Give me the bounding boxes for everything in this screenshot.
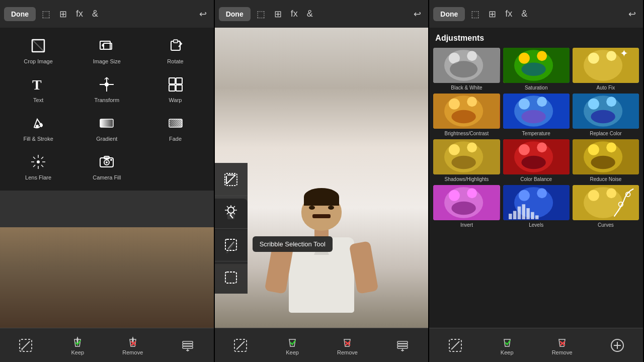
svg-rect-44	[183, 344, 193, 346]
adj-temp-label: Temperature	[522, 131, 550, 136]
remove-btn-2[interactable]: Remove	[333, 333, 362, 357]
adj-levels[interactable]: Levels	[503, 185, 570, 228]
adj-auto-fix[interactable]: ✦ Auto Fix	[573, 48, 639, 90]
done-button-1[interactable]: Done	[4, 7, 36, 21]
svg-point-106	[588, 99, 599, 110]
tool-warp[interactable]: Warp	[142, 72, 208, 107]
remove-label-2: Remove	[337, 349, 358, 355]
magic-cut-tool[interactable]	[215, 163, 248, 196]
fx-icon-3[interactable]: fx	[502, 7, 515, 21]
rect-select-tool[interactable]	[215, 261, 248, 294]
adj-replace-thumb	[573, 94, 639, 129]
adj-shadows[interactable]: Shadows/Highlights	[433, 139, 500, 182]
svg-line-62	[227, 206, 228, 208]
tool-fade[interactable]: Fade	[142, 111, 208, 146]
add-btn-3[interactable]	[606, 336, 628, 354]
layers-btn-2[interactable]	[391, 336, 414, 354]
remove-btn-3[interactable]: Remove	[548, 333, 577, 357]
selection-tool-icon[interactable]: ⬚	[39, 7, 53, 22]
bottom-toolbar-3: Keep Remove	[429, 328, 643, 362]
svg-rect-138	[531, 212, 534, 219]
undo-icon-3[interactable]: ↩	[625, 7, 639, 22]
selection-tool-icon-3[interactable]: ⬚	[468, 7, 482, 22]
selection-tool-icon-2[interactable]: ⬚	[254, 7, 268, 22]
svg-point-96	[449, 99, 460, 110]
blend-icon-2[interactable]: &	[304, 7, 316, 21]
adj-reduce-noise[interactable]: Reduce Noise	[573, 139, 639, 182]
adj-replace-color[interactable]: Replace Color	[573, 94, 639, 136]
svg-point-92	[606, 51, 616, 61]
svg-line-32	[33, 165, 35, 167]
blend-icon[interactable]: &	[89, 7, 101, 21]
panel-tools: Done ⬚ ⊞ fx & ↩ Crop Image	[0, 0, 215, 362]
undo-icon[interactable]: ↩	[196, 7, 210, 22]
svg-rect-43	[183, 346, 193, 348]
adj-black-white[interactable]: Black & White	[433, 48, 500, 90]
lens-flare-icon	[30, 154, 46, 172]
adj-brightness[interactable]: Brightness/Contrast	[433, 94, 500, 136]
tool-camera-fill[interactable]: Camera Fill	[73, 150, 140, 185]
image-size-label: Image Size	[93, 58, 121, 64]
blend-icon-3[interactable]: &	[518, 7, 530, 21]
tool-rotate[interactable]: Rotate	[142, 34, 208, 68]
svg-point-107	[606, 97, 616, 107]
svg-line-71	[236, 341, 245, 349]
keep-btn-3[interactable]: Keep	[496, 333, 518, 357]
magic-wand-tool[interactable]	[215, 196, 248, 228]
svg-rect-16	[169, 85, 175, 91]
svg-point-101	[518, 99, 529, 110]
camera-fill-label: Camera Fill	[93, 174, 121, 180]
remove-btn-1[interactable]: Remove	[118, 333, 147, 357]
svg-rect-136	[522, 204, 525, 219]
svg-rect-135	[517, 207, 521, 219]
tool-fill-stroke[interactable]: Fill & Stroke	[5, 111, 71, 146]
tool-gradient[interactable]: Gradient	[73, 111, 140, 146]
adjustments-icon-2[interactable]: ⊞	[271, 7, 285, 22]
svg-line-68	[228, 242, 234, 249]
svg-rect-133	[509, 214, 512, 219]
transform-icon	[99, 76, 115, 95]
svg-point-142	[588, 190, 599, 201]
svg-rect-17	[176, 85, 182, 91]
image-size-icon	[99, 38, 115, 56]
layers-btn-1[interactable]	[177, 336, 199, 354]
keep-btn-2[interactable]: Keep	[281, 333, 303, 357]
tool-image-size[interactable]: Image Size	[73, 34, 140, 68]
svg-point-143	[606, 188, 616, 198]
svg-point-108	[591, 110, 615, 123]
svg-line-65	[233, 213, 235, 214]
done-button-3[interactable]: Done	[433, 7, 465, 21]
undo-icon-2[interactable]: ↩	[411, 7, 424, 22]
fx-icon[interactable]: fx	[73, 7, 86, 21]
lasso-tool[interactable]	[215, 228, 248, 261]
select-btn-3[interactable]	[444, 336, 466, 354]
tool-transform[interactable]: Transform	[73, 72, 140, 107]
adj-invert[interactable]: Invert	[433, 185, 500, 228]
adjustments-grid: Black & White Saturation	[433, 48, 639, 228]
select-btn-1[interactable]: ×	[15, 336, 37, 354]
adjustments-icon-3[interactable]: ⊞	[486, 7, 499, 22]
select-btn-2[interactable]	[229, 336, 252, 354]
adjustments-icon[interactable]: ⊞	[56, 7, 70, 22]
adj-saturation[interactable]: Saturation	[503, 48, 570, 90]
svg-rect-7	[174, 40, 178, 43]
svg-line-66	[230, 215, 233, 218]
panel1-image-area	[0, 191, 214, 328]
remove-label-1: Remove	[122, 349, 143, 355]
svg-point-131	[518, 190, 529, 201]
svg-point-98	[452, 110, 476, 123]
tool-text[interactable]: T Text	[5, 72, 71, 107]
adj-curves[interactable]: Curves	[573, 185, 639, 228]
adj-color-balance[interactable]: Color Balance	[503, 139, 570, 182]
tool-lens-flare[interactable]: Lens Flare	[5, 150, 71, 185]
bottom-toolbar-2: Keep Remove	[215, 328, 429, 362]
svg-point-91	[588, 53, 599, 64]
tool-crop-image[interactable]: Crop Image	[5, 34, 71, 68]
svg-point-57	[228, 207, 234, 213]
warp-icon	[168, 76, 184, 95]
adj-temperature[interactable]: Temperature	[503, 94, 570, 136]
keep-btn-1[interactable]: Keep	[66, 333, 89, 357]
svg-line-64	[227, 213, 228, 214]
fx-icon-2[interactable]: fx	[288, 7, 301, 21]
done-button-2[interactable]: Done	[219, 7, 251, 21]
